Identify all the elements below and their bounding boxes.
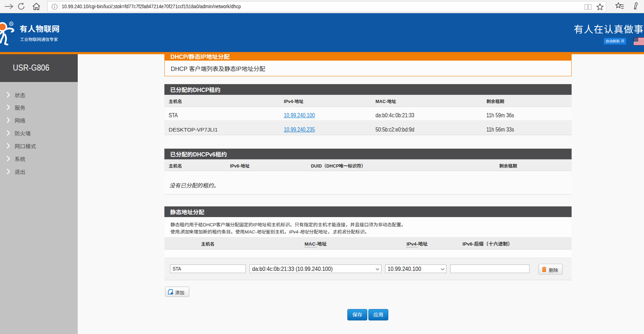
svg-text:R: R — [10, 22, 12, 26]
